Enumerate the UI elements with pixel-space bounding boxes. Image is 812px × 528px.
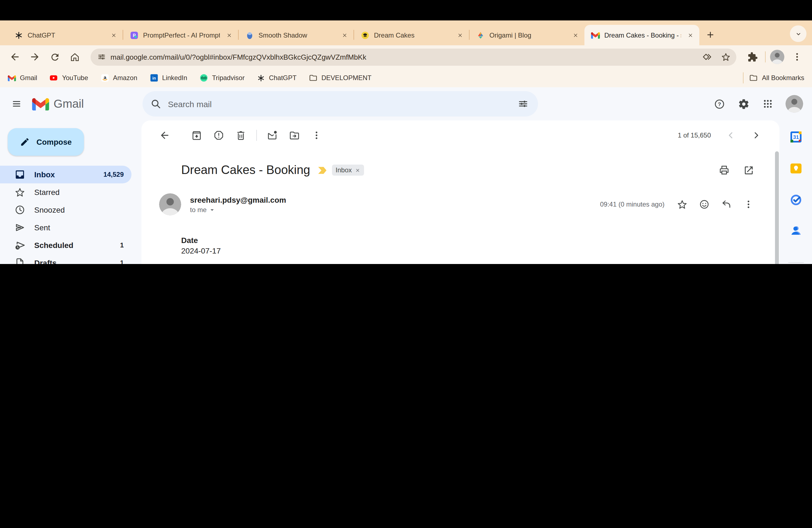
tab-title: ChatGPT [28, 31, 104, 39]
gmail-favicon [591, 32, 600, 39]
google-apps-icon[interactable] [757, 93, 779, 115]
settings-gear-icon[interactable] [733, 93, 755, 115]
help-icon[interactable] [708, 93, 730, 115]
site-settings-icon[interactable] [97, 53, 106, 61]
search-bar[interactable] [143, 91, 538, 117]
sidebar-item-starred[interactable]: Starred [0, 184, 131, 201]
gmail-logo[interactable]: Gmail [32, 97, 115, 111]
mark-unread-icon[interactable] [261, 124, 284, 146]
gmail-sidebar: Compose Inbox 14,529 Starred Snoozed [0, 120, 141, 264]
bookmark-youtube[interactable]: YouTube [49, 73, 88, 82]
tab-origami-blog[interactable]: Origami | Blog [469, 25, 584, 45]
tab-close-icon[interactable] [570, 30, 580, 40]
browser-menu-icon[interactable] [789, 48, 806, 65]
account-avatar[interactable] [785, 95, 803, 113]
browser-profile-avatar[interactable] [770, 50, 784, 64]
calendar-icon[interactable] [789, 130, 802, 146]
sidebar-item-label: Sent [34, 223, 50, 232]
origami-favicon [476, 31, 485, 40]
keep-icon[interactable] [789, 162, 802, 177]
bookmark-label: DEVELOPMENT [321, 74, 372, 82]
bookmark-star-icon[interactable] [719, 50, 733, 64]
tab-close-icon[interactable] [455, 30, 465, 40]
compose-button[interactable]: Compose [8, 128, 84, 156]
tab-close-icon[interactable] [340, 30, 349, 40]
tab-close-icon[interactable] [224, 30, 234, 40]
search-options-icon[interactable] [514, 94, 533, 113]
bookmark-label: Amazon [113, 74, 137, 82]
inbox-label-chip[interactable]: Inbox [332, 165, 364, 176]
sidebar-item-sent[interactable]: Sent [0, 219, 131, 236]
more-options-icon[interactable] [305, 124, 328, 146]
open-in-new-icon[interactable] [737, 159, 759, 181]
tab-gmail-dream-cakes-booking[interactable]: Dream Cakes - Booking - s [584, 25, 699, 45]
tab-close-icon[interactable] [109, 30, 118, 40]
tab-chatgpt[interactable]: ChatGPT [8, 25, 122, 45]
sidebar-item-inbox[interactable]: Inbox 14,529 [0, 166, 131, 184]
compose-pencil-icon [20, 137, 30, 147]
bookmark-gmail[interactable]: Gmail [8, 74, 37, 82]
sidebar-item-scheduled[interactable]: Scheduled 1 [0, 236, 131, 254]
move-to-icon[interactable] [284, 124, 305, 146]
message-more-icon[interactable] [737, 193, 759, 216]
new-tab-button[interactable] [702, 27, 718, 43]
chatgpt-favicon [14, 31, 23, 40]
newer-email-icon[interactable] [720, 124, 742, 146]
bookmark-folder-development[interactable]: DEVELOPMENT [309, 73, 372, 82]
email-scrollbar[interactable] [775, 151, 779, 264]
browser-back-button[interactable] [6, 48, 23, 65]
sender-email[interactable]: sreehari.pdsy@gmail.com [190, 195, 286, 204]
reply-icon[interactable] [715, 193, 737, 216]
main-menu-icon[interactable] [4, 92, 29, 116]
emoji-reaction-icon[interactable] [693, 193, 715, 216]
contacts-icon[interactable] [789, 224, 802, 239]
importance-marker-icon[interactable] [318, 166, 326, 174]
recipient-details-caret-icon[interactable] [208, 206, 216, 214]
browser-reload-button[interactable] [46, 48, 63, 65]
search-input[interactable] [167, 99, 514, 109]
bookmark-label: YouTube [62, 74, 88, 82]
print-icon[interactable] [713, 159, 735, 181]
tab-dream-cakes[interactable]: Dream Cakes [354, 25, 469, 45]
tab-close-icon[interactable] [685, 30, 695, 40]
tab-search-button[interactable] [790, 25, 807, 42]
sender-avatar[interactable] [159, 193, 181, 216]
report-spam-icon[interactable] [208, 124, 230, 146]
archive-icon[interactable] [186, 124, 208, 146]
sidebar-item-snoozed[interactable]: Snoozed [0, 201, 131, 219]
sidebar-item-label: Snoozed [34, 205, 65, 214]
star-icon [14, 187, 25, 198]
url-bar[interactable]: mail.google.com/mail/u/0/?ogbl#inbox/FMf… [91, 48, 736, 65]
tab-promptperfect[interactable]: PromptPerfect - AI Prompt [123, 25, 238, 45]
remove-label-icon[interactable] [355, 167, 360, 173]
bookmark-amazon[interactable]: Amazon [100, 73, 137, 82]
url-text[interactable]: mail.google.com/mail/u/0/?ogbl#inbox/FMf… [111, 53, 695, 61]
delete-icon[interactable] [230, 124, 252, 146]
all-bookmarks-button[interactable]: All Bookmarks [749, 73, 804, 82]
back-to-inbox-icon[interactable] [154, 124, 176, 146]
tab-title: Origami | Blog [489, 31, 566, 39]
recipient-row[interactable]: to me [190, 206, 286, 214]
sidebar-item-drafts[interactable]: Drafts 1 [0, 254, 131, 264]
search-icon[interactable] [150, 98, 161, 109]
sidebar-item-label: Starred [34, 188, 60, 196]
tab-title: Smooth Shadow [259, 31, 335, 39]
reading-mode-icon[interactable] [700, 50, 714, 64]
star-email-icon[interactable] [671, 193, 693, 216]
drafts-count: 1 [120, 259, 124, 264]
extensions-puzzle-icon[interactable] [744, 48, 760, 65]
gmail-logo-icon [32, 98, 49, 110]
tab-title: Dream Cakes - Booking - s [604, 31, 681, 39]
browser-home-button[interactable] [66, 48, 83, 65]
bookmarks-divider [743, 72, 744, 84]
bookmark-chatgpt[interactable]: ChatGPT [257, 74, 296, 82]
bookmark-tripadvisor[interactable]: Tripadvisor [199, 73, 245, 82]
tasks-icon[interactable] [789, 193, 802, 208]
email-body: Date 2024-07-17 Pincode 678623 Product R… [181, 235, 759, 264]
gmail-body: Compose Inbox 14,529 Starred Snoozed [0, 120, 812, 264]
tab-smooth-shadow[interactable]: Smooth Shadow [238, 25, 353, 45]
browser-forward-button[interactable] [27, 48, 43, 65]
bookmark-linkedin[interactable]: LinkedIn [149, 73, 187, 82]
older-email-icon[interactable] [745, 124, 767, 146]
folder-icon [309, 73, 318, 82]
